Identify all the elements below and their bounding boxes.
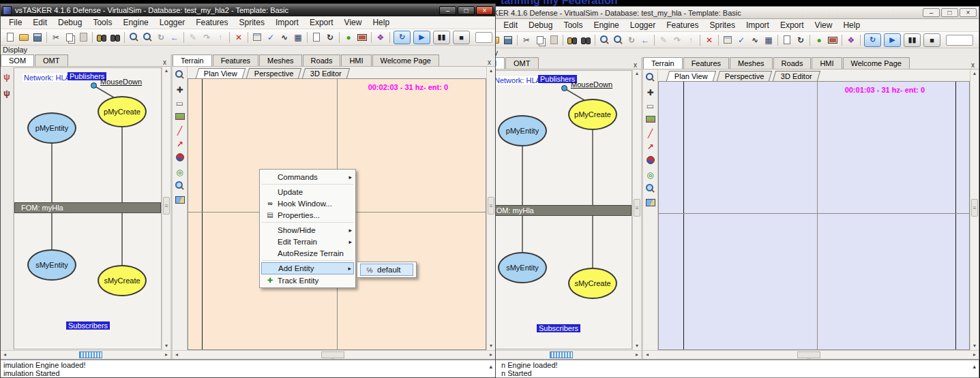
context-item-properties[interactable]: ▤Properties... [260, 209, 355, 221]
build-button[interactable]: ● [342, 31, 355, 44]
scroll-up-icon[interactable]: ▴ [487, 67, 495, 75]
measure-tool-button[interactable]: ↗ [176, 140, 183, 149]
context-item-hook-window[interactable]: ∞Hook Window... [260, 198, 355, 209]
find-entity-button[interactable] [108, 31, 122, 44]
tab-terrain[interactable]: Terrain [643, 57, 683, 69]
find-entity-button[interactable] [579, 33, 593, 46]
subtab-3d-editor[interactable]: 3D Editor [773, 71, 820, 81]
select-area-tool-button[interactable]: ▭ [176, 99, 183, 108]
globe-pie-tool-button[interactable] [647, 156, 655, 166]
select-region-button[interactable]: ▦ [291, 31, 305, 44]
som-diagram-canvas[interactable]: Network: HLAPublishersMouseDownpMyEntity… [14, 67, 162, 349]
context-item-show-hide[interactable]: Show/Hide▸ [260, 224, 355, 236]
scroll-up-icon[interactable]: ▴ [489, 362, 492, 371]
subtab-3d-editor[interactable]: 3D Editor [302, 68, 350, 78]
tab-meshes[interactable]: Meshes [259, 54, 302, 66]
tab-features[interactable]: Features [213, 54, 258, 66]
maximize-button[interactable]: □ [458, 6, 475, 15]
fom-bar[interactable]: FOM: myHla [14, 202, 161, 213]
paste-button[interactable] [547, 33, 561, 46]
draw-line-tool-button[interactable]: ╱ [177, 126, 182, 136]
rotate-button[interactable]: ↻ [794, 33, 807, 46]
terrain-texture-tool-button[interactable] [175, 112, 185, 122]
engine-stop-button[interactable]: ■ [923, 33, 940, 47]
pan-tool-button[interactable]: ✚ [176, 85, 183, 95]
close-panel-icon[interactable]: x [967, 61, 979, 69]
submenu-item-default[interactable]: ℅default [360, 264, 413, 276]
terrain-texture-tool-button[interactable] [646, 115, 655, 125]
scroll-thumb[interactable] [797, 351, 820, 358]
curve-button[interactable]: ∿ [748, 33, 762, 46]
event-node[interactable] [561, 85, 567, 91]
maximize-button[interactable]: □ [941, 8, 958, 17]
menu-debug[interactable]: Debug [53, 17, 87, 28]
subtab-perspective[interactable]: Perspective [717, 71, 773, 81]
node-pmycreate[interactable]: pMyCreate [98, 96, 147, 127]
export-page-button[interactable] [310, 31, 323, 44]
record-button[interactable] [355, 31, 369, 44]
scroll-up-icon[interactable]: ▴ [970, 69, 979, 78]
up-button[interactable]: ↑ [213, 31, 227, 44]
event-label[interactable]: MouseDown [100, 78, 142, 86]
snapshot-tool-button[interactable] [175, 196, 185, 206]
redo-button[interactable]: ↷ [200, 31, 213, 44]
scroll-left-icon[interactable]: ◂ [643, 351, 651, 359]
node-pmyentity[interactable]: pMyEntity [498, 115, 547, 146]
scroll-up-icon[interactable]: ▴ [972, 362, 976, 371]
vertical-scrollbar[interactable]: ▴▾ [970, 69, 979, 350]
node-smycreate[interactable]: sMyCreate [98, 265, 147, 296]
scroll-down-icon[interactable]: ▾ [633, 342, 641, 350]
menu-export[interactable]: Export [775, 20, 810, 31]
pan-tool-button[interactable]: ✚ [647, 88, 653, 97]
subscribers-label[interactable]: Subscribers [66, 321, 110, 330]
build-button[interactable]: ● [812, 33, 826, 46]
zoom-tool-button[interactable] [175, 70, 184, 81]
refresh-button[interactable]: ↻ [625, 33, 638, 46]
tab-roads[interactable]: Roads [303, 54, 341, 66]
scroll-up-icon[interactable]: ▴ [633, 69, 641, 78]
menu-help[interactable]: Help [367, 17, 395, 28]
scroll-thumb[interactable] [634, 199, 640, 217]
menu-logger[interactable]: Logger [625, 20, 661, 31]
record-button[interactable] [826, 33, 840, 46]
antenna-icon[interactable]: ψ [3, 88, 10, 98]
node-pmycreate[interactable]: pMyCreate [568, 99, 617, 130]
tab-hmi[interactable]: HMI [341, 54, 371, 66]
vertical-scrollbar[interactable]: ▴▾ [486, 67, 495, 350]
subtab-plan-view[interactable]: Plan View [196, 68, 246, 78]
paste-button[interactable] [76, 31, 90, 44]
engine-play-button[interactable]: ▶ [884, 33, 901, 47]
measure-tool-button[interactable]: ↗ [647, 142, 653, 152]
terrain-canvas[interactable]: 00:02:03 - 31 hz- ent: 0 Commands▸Update… [188, 78, 486, 350]
lasso-button[interactable]: ✎ [657, 33, 670, 46]
scroll-down-icon[interactable]: ▾ [970, 342, 979, 350]
engine-pause-button[interactable]: ▮▮ [433, 31, 450, 44]
context-item-add-entity[interactable]: Add Entity▸ [261, 262, 354, 274]
open-button[interactable] [17, 31, 31, 44]
context-item-commands[interactable]: Commands▸ [260, 171, 355, 183]
menu-tools[interactable]: Tools [558, 20, 588, 31]
scroll-up-icon[interactable]: ▴ [162, 67, 170, 75]
menu-file[interactable]: File [3, 17, 27, 28]
scroll-thumb[interactable] [488, 197, 494, 215]
zoom-out-button[interactable] [611, 33, 625, 46]
fom-bar[interactable]: FOM: myHla [485, 205, 632, 216]
titlebar-left[interactable]: vsTASKER 4.1.6 Defense - VirtualSim - Da… [1, 4, 495, 16]
subscribers-label[interactable]: Subscribers [537, 324, 580, 332]
rotate-button[interactable]: ↻ [323, 31, 337, 44]
engine-stop-button[interactable]: ■ [453, 31, 470, 44]
save-button[interactable] [31, 31, 44, 44]
tab-features[interactable]: Features [683, 57, 729, 69]
save-button[interactable] [501, 33, 515, 46]
menu-edit[interactable]: Edit [498, 20, 523, 31]
cut-button[interactable]: ✂ [49, 31, 63, 44]
horizontal-scrollbar[interactable]: ◂▸ [471, 350, 641, 359]
center-target-tool-button[interactable]: ◎ [176, 168, 183, 177]
engine-play-button[interactable]: ▶ [413, 31, 430, 44]
refresh-button[interactable]: ↻ [154, 31, 168, 44]
menu-import[interactable]: Import [741, 20, 775, 31]
close-button[interactable]: × [960, 8, 977, 17]
scroll-thumb[interactable] [971, 199, 978, 217]
subtab-perspective[interactable]: Perspective [246, 68, 302, 78]
scroll-right-icon[interactable]: ▸ [970, 351, 979, 359]
